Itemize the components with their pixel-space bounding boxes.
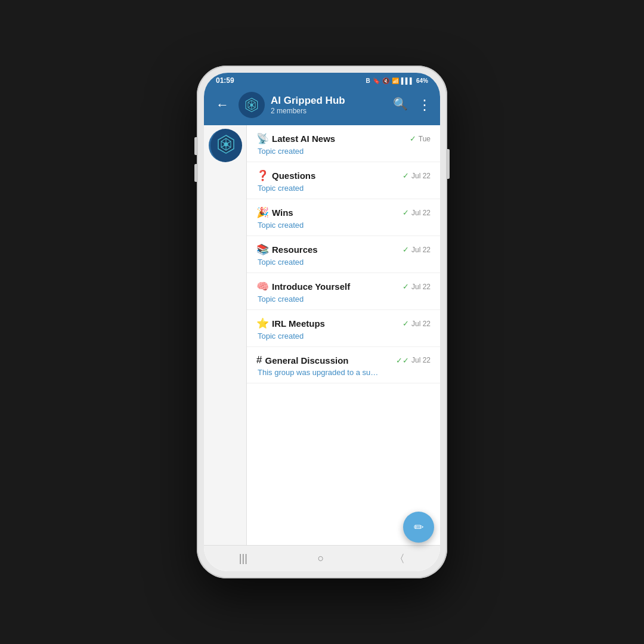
svg-point-11 bbox=[224, 143, 228, 147]
topic-subtitle: Topic created bbox=[258, 147, 431, 156]
read-check-icon: ✓ bbox=[402, 208, 409, 217]
read-check-icon: ✓ bbox=[410, 134, 416, 143]
svg-point-2 bbox=[250, 103, 253, 106]
topic-emoji: 🎉 bbox=[256, 206, 269, 219]
search-button[interactable]: 🔍 bbox=[393, 97, 408, 113]
compose-icon: ✏ bbox=[414, 520, 424, 534]
topic-meta: ✓ Jul 22 bbox=[402, 171, 431, 180]
topic-subtitle: This group was upgraded to a su… bbox=[258, 368, 431, 377]
recent-apps-button[interactable]: ||| bbox=[227, 549, 259, 568]
read-check-icon: ✓ bbox=[402, 282, 409, 291]
volume-down-button bbox=[194, 164, 197, 182]
power-button bbox=[447, 149, 450, 179]
topic-meta: ✓ Jul 22 bbox=[402, 282, 431, 291]
back-button[interactable]: ← bbox=[212, 96, 233, 114]
topic-meta: ✓✓ Jul 22 bbox=[396, 356, 431, 365]
topic-item[interactable]: # General Discussion ✓✓ Jul 22 This grou… bbox=[247, 347, 440, 383]
topic-name: IRL Meetups bbox=[272, 318, 325, 329]
topic-item[interactable]: ⭐ IRL Meetups ✓ Jul 22 Topic created bbox=[247, 310, 440, 347]
topic-meta: ✓ Jul 22 bbox=[402, 245, 431, 254]
topic-date: Jul 22 bbox=[411, 283, 431, 291]
app-header: ← AI Gripped Hub 2 members bbox=[204, 87, 440, 125]
bolt-icon: 🔖 bbox=[373, 78, 380, 84]
status-bar: 01:59 B 🔖 🔇 📶 ▌▌▌ 64% bbox=[204, 73, 440, 87]
topic-date: Jul 22 bbox=[411, 172, 431, 180]
topic-date: Jul 22 bbox=[411, 320, 431, 328]
status-icons: B 🔖 🔇 📶 ▌▌▌ 64% bbox=[366, 78, 428, 84]
home-button[interactable]: ○ bbox=[306, 549, 336, 568]
topic-subtitle: Topic created bbox=[258, 295, 431, 304]
read-check-icon: ✓ bbox=[402, 319, 409, 328]
topic-date: Jul 22 bbox=[411, 246, 431, 254]
topic-emoji: ⭐ bbox=[256, 317, 269, 330]
topic-subtitle: Topic created bbox=[258, 221, 431, 230]
topic-emoji: 🧠 bbox=[256, 280, 269, 293]
topic-item[interactable]: 📡 Latest AI News ✓ Tue Topic created bbox=[247, 125, 440, 162]
topic-name: Latest AI News bbox=[272, 134, 335, 144]
screen: 01:59 B 🔖 🔇 📶 ▌▌▌ 64% ← bbox=[204, 73, 440, 571]
topic-subtitle: Topic created bbox=[258, 258, 431, 267]
group-avatar-icon bbox=[243, 97, 260, 113]
topic-date: Jul 22 bbox=[411, 356, 431, 364]
topic-item[interactable]: 📚 Resources ✓ Jul 22 Topic created bbox=[247, 236, 440, 273]
bottom-nav: ||| ○ 〈 bbox=[204, 545, 440, 571]
topic-meta: ✓ Jul 22 bbox=[402, 319, 431, 328]
phone-frame: 01:59 B 🔖 🔇 📶 ▌▌▌ 64% ← bbox=[197, 66, 447, 578]
topic-meta: ✓ Tue bbox=[410, 134, 431, 143]
topic-name: Resources bbox=[272, 244, 318, 255]
read-check-icon: ✓ bbox=[402, 171, 409, 180]
topic-emoji: ❓ bbox=[256, 169, 269, 182]
topic-emoji: # bbox=[256, 354, 262, 366]
topic-subtitle: Topic created bbox=[258, 184, 431, 193]
mute-icon: 🔇 bbox=[382, 78, 389, 84]
topic-name: Wins bbox=[272, 208, 293, 218]
topic-name: Questions bbox=[272, 171, 315, 181]
header-info: AI Gripped Hub 2 members bbox=[271, 95, 387, 115]
wifi-icon: 📶 bbox=[392, 78, 399, 84]
read-check-icon: ✓ bbox=[402, 245, 409, 254]
topic-meta: ✓ Jul 22 bbox=[402, 208, 431, 217]
group-avatar[interactable] bbox=[239, 92, 265, 118]
sidebar bbox=[204, 125, 247, 545]
topic-list: 📡 Latest AI News ✓ Tue Topic created ❓ Q… bbox=[247, 125, 440, 545]
topic-emoji: 📚 bbox=[256, 243, 269, 256]
volume-up-button bbox=[194, 137, 197, 155]
sidebar-group-avatar[interactable] bbox=[209, 129, 242, 162]
group-title: AI Gripped Hub bbox=[271, 95, 387, 107]
topic-emoji: 📡 bbox=[256, 132, 269, 145]
topic-date: Jul 22 bbox=[411, 209, 431, 217]
topic-name: Introduce Yourself bbox=[272, 281, 350, 292]
topic-item[interactable]: ❓ Questions ✓ Jul 22 Topic created bbox=[247, 162, 440, 199]
members-count: 2 members bbox=[271, 107, 387, 115]
status-time: 01:59 bbox=[216, 76, 234, 85]
header-actions: 🔍 ⋮ bbox=[393, 97, 432, 113]
back-nav-button[interactable]: 〈 bbox=[382, 548, 417, 569]
topic-item[interactable]: 🧠 Introduce Yourself ✓ Jul 22 Topic crea… bbox=[247, 273, 440, 310]
battery-percent: 64% bbox=[416, 78, 428, 84]
topic-date: Tue bbox=[419, 135, 431, 143]
sidebar-avatar-icon bbox=[214, 134, 238, 157]
signal-icon: ▌▌▌ bbox=[401, 78, 414, 84]
more-button[interactable]: ⋮ bbox=[417, 97, 432, 113]
topic-item[interactable]: 🎉 Wins ✓ Jul 22 Topic created bbox=[247, 199, 440, 236]
main-content: 📡 Latest AI News ✓ Tue Topic created ❓ Q… bbox=[204, 125, 440, 545]
topic-name: General Discussion bbox=[265, 355, 348, 366]
battery-icon: B bbox=[366, 78, 370, 84]
topic-subtitle: Topic created bbox=[258, 332, 431, 340]
read-check-icon: ✓✓ bbox=[396, 356, 409, 365]
new-topic-fab[interactable]: ✏ bbox=[403, 512, 434, 543]
